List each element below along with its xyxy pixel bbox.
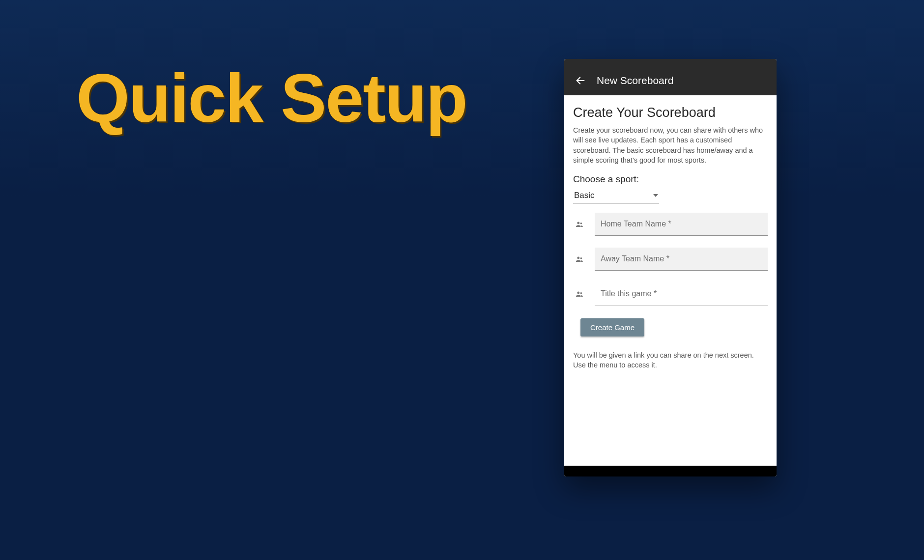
choose-sport-label: Choose a sport: <box>573 174 768 185</box>
page-heading: Create Your Scoreboard <box>573 105 768 120</box>
home-team-input[interactable] <box>595 213 768 236</box>
hero-title: Quick Setup <box>76 64 467 133</box>
android-nav-bar <box>564 466 777 476</box>
footer-note: You will be given a link you can share o… <box>573 350 768 370</box>
caret-down-icon <box>653 194 658 197</box>
status-bar <box>564 59 777 66</box>
svg-point-6 <box>580 292 582 294</box>
svg-point-2 <box>580 223 582 224</box>
people-icon <box>573 255 586 264</box>
home-team-row <box>573 213 768 236</box>
people-icon <box>573 220 586 229</box>
game-title-input[interactable] <box>595 282 768 306</box>
svg-point-4 <box>580 257 582 259</box>
phone-frame: New Scoreboard Create Your Scoreboard Cr… <box>564 59 777 476</box>
content-area: Create Your Scoreboard Create your score… <box>564 95 777 466</box>
people-icon <box>573 290 586 299</box>
page-description: Create your scoreboard now, you can shar… <box>573 125 768 165</box>
away-team-input[interactable] <box>595 248 768 271</box>
game-title-row <box>573 282 768 306</box>
svg-point-3 <box>577 256 579 259</box>
app-bar-title: New Scoreboard <box>597 75 673 86</box>
create-game-button[interactable]: Create Game <box>580 318 644 336</box>
svg-point-1 <box>577 222 579 224</box>
away-team-row <box>573 248 768 271</box>
svg-point-5 <box>577 291 579 294</box>
back-arrow-icon[interactable] <box>575 75 586 86</box>
sport-select[interactable]: Basic <box>573 189 659 204</box>
app-bar: New Scoreboard <box>564 66 777 95</box>
sport-select-value: Basic <box>574 191 649 200</box>
